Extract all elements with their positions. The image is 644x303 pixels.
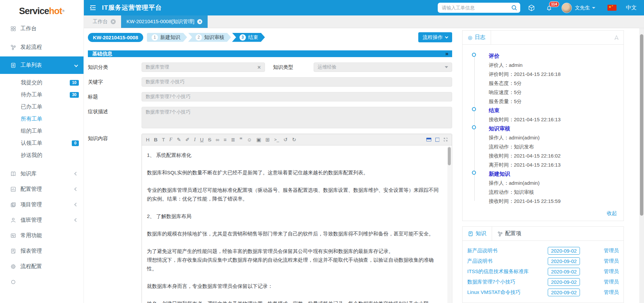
sidebar-item-project-mgmt[interactable]: 项目管理 (0, 197, 84, 212)
align-icon[interactable]: ≣ (231, 137, 235, 142)
user-avatar[interactable] (561, 3, 572, 13)
sidebar-item-partial[interactable] (0, 274, 84, 290)
knowledge-owner[interactable]: 管理员 (599, 258, 619, 264)
symptom-textarea[interactable]: 数据库管理7个小技巧 (142, 107, 452, 128)
fontfamily-icon[interactable]: F (169, 137, 172, 142)
knowledge-link[interactable]: 产品说明书 (467, 258, 548, 264)
notification-bell-icon[interactable]: 114 (545, 4, 553, 11)
field-label: 标题 (88, 94, 142, 100)
collapse-section-icon[interactable]: » (445, 50, 448, 57)
editor-content[interactable]: 1、 系统配置标准化 数据库和SQL实例的数量不断在扩大已经不是新闻了。这意味着… (142, 145, 452, 303)
sidebar-subitem-claim[interactable]: 认领工单 0 (0, 137, 84, 149)
undo-icon[interactable]: ↺ (283, 137, 288, 142)
search-box[interactable] (438, 3, 520, 13)
sidebar-subitem-done[interactable]: 已办工单 (0, 101, 84, 113)
knowledge-date[interactable]: 2020-09-02 (548, 257, 580, 265)
log-entry-title[interactable]: 评价 (489, 51, 624, 60)
heading-icon[interactable]: H (146, 137, 150, 142)
search-input[interactable] (442, 5, 511, 10)
gear-icon (10, 279, 16, 285)
sidebar-subitem-todo[interactable]: 待办工单 30 (0, 89, 84, 101)
knowledge-link[interactable]: 新产品说明书 (467, 248, 548, 254)
tab-workbench[interactable]: 工作台 ✕ (87, 15, 121, 28)
sidebar-item-report-mgmt[interactable]: 报表管理 (0, 243, 84, 259)
page-scrollbar[interactable] (639, 28, 644, 303)
knowledge-owner[interactable]: 管理员 (599, 248, 619, 254)
close-icon[interactable]: ✕ (197, 19, 202, 24)
knowledge-date[interactable]: 2020-09-02 (548, 247, 580, 255)
pen-icon[interactable]: ✐ (185, 137, 190, 142)
knowledge-owner[interactable]: 管理员 (599, 268, 619, 275)
sidebar-item-workbench[interactable]: 工作台 (0, 19, 84, 38)
sidebar-item-duty-mgmt[interactable]: 值班管理 (0, 212, 84, 228)
preview-icon[interactable] (435, 138, 439, 142)
underline-icon[interactable]: U (200, 137, 204, 142)
sidebar-subitem-cc-me[interactable]: 抄送我的 (0, 149, 84, 161)
link-icon[interactable]: ∞ (216, 137, 219, 142)
clear-icon[interactable]: ✕ (257, 65, 261, 70)
search-icon[interactable] (511, 4, 518, 11)
tab-knowledge-ticket[interactable]: KW-20210415-0008[知识管理] ✕ (121, 15, 208, 28)
sidebar-item-start-process[interactable]: 发起流程 (0, 38, 84, 56)
knowledge-owner[interactable]: 管理员 (599, 289, 619, 296)
redo-icon[interactable]: ↻ (292, 137, 297, 142)
content-paragraph: 专业的数据库管理员通过尽可能地标准化配置项（驱动器号、服务器配置选项、数据库设置… (147, 186, 440, 203)
cube-icon[interactable] (528, 4, 535, 12)
workflow-steps: 1 新建知识 2 知识审核 3 结束 (146, 33, 265, 42)
sidebar-item-config-mgmt[interactable]: 配置管理 (0, 181, 84, 197)
emoji-icon[interactable]: ☺ (247, 137, 252, 142)
knowledge-date[interactable]: 2020-09-02 (548, 268, 580, 275)
sidebar-item-common-functions[interactable]: 常用功能 (0, 228, 84, 243)
title-field[interactable]: 数据库管理7个小技巧 (142, 92, 452, 101)
sidebar-item-knowledge-base[interactable]: 知识库 (0, 166, 84, 181)
italic-icon[interactable]: I (194, 137, 196, 142)
ticket-id-pill: KW-20210415-0008 (88, 33, 143, 42)
user-name[interactable]: 文先生 (575, 5, 590, 11)
sidebar-subitem-my-submitted[interactable]: 我提交的 10 (0, 77, 84, 89)
rich-text-editor[interactable]: H B T F ✎ ✐ I U S ∞ ≡ ≣ “ ☺ ▣ (142, 134, 452, 303)
log-entry-title[interactable]: 新建知识 (489, 169, 624, 178)
scrollbar-thumb[interactable] (640, 34, 643, 216)
code-icon[interactable]: >_ (274, 137, 279, 142)
user-menu-caret-icon[interactable] (592, 7, 595, 9)
sidebar-subitem-group[interactable]: 组的工单 (0, 125, 84, 137)
log-entry-title[interactable]: 结束 (489, 106, 624, 115)
collapse-log-link[interactable]: 收起 (607, 210, 617, 217)
fontsize-icon[interactable]: T (162, 137, 165, 142)
bold-icon[interactable]: B (154, 137, 158, 142)
menu-fold-icon[interactable] (89, 5, 97, 11)
knowledge-category-field[interactable]: 数据库管理 ✕ (142, 62, 265, 72)
close-icon[interactable]: ✕ (111, 19, 116, 24)
image-icon[interactable]: ▣ (256, 137, 261, 142)
list-icon[interactable]: ≡ (224, 137, 227, 142)
process-action-button[interactable]: 流程操作 (418, 32, 452, 42)
strikethrough-icon[interactable]: S (208, 137, 211, 142)
tab-knowledge[interactable]: 知识 (463, 227, 492, 241)
editor-scrollbar[interactable] (447, 146, 451, 303)
fullscreen-icon[interactable] (443, 137, 448, 142)
window-view-icon[interactable] (426, 138, 431, 141)
knowledge-list: 新产品说明书 2020-09-02 管理员 产品说明书 2020-09-02 管… (463, 241, 624, 298)
language-switcher[interactable]: 中文 (626, 4, 637, 11)
sidebar-item-workorder-list[interactable]: 工单列表 (0, 56, 84, 74)
pencil-icon[interactable]: ✎ (177, 137, 181, 142)
knowledge-date[interactable]: 2020-09-02 (548, 278, 580, 286)
scrollbar-thumb[interactable] (448, 147, 451, 165)
quote-icon[interactable]: “ (239, 137, 243, 143)
knowledge-type-select[interactable]: 运维经验 (314, 62, 452, 72)
knowledge-date[interactable]: 2020-09-02 (548, 289, 580, 296)
knowledge-owner[interactable]: 管理员 (599, 279, 619, 285)
keyword-field[interactable]: 数据库管理 小技巧 (142, 77, 452, 87)
sidebar-item-process-config[interactable]: 流程配置 (0, 259, 84, 274)
table-icon[interactable]: ⊞ (266, 137, 270, 142)
knowledge-link[interactable]: 数据库管理7个小技巧 (467, 279, 548, 285)
tab-log[interactable]: ◎ 日志 (463, 31, 491, 44)
knowledge-link[interactable]: ITSS的信息技术服务标准库 (467, 268, 548, 275)
field-label: 关键字 (88, 79, 142, 85)
log-entry-title[interactable]: 知识审核 (489, 124, 624, 133)
sidebar-subitem-all[interactable]: 所有工单 (0, 113, 84, 125)
scroll-top-icon[interactable] (614, 35, 619, 40)
content-paragraph: 为了避免这可能产生的性能问题，经验丰富的数据库管理员会保留其公司中现有实例和数据… (147, 247, 440, 256)
knowledge-link[interactable]: Linux VMSTAT命令技巧 (467, 289, 548, 296)
tab-config-items[interactable]: 配置项 (492, 227, 527, 241)
